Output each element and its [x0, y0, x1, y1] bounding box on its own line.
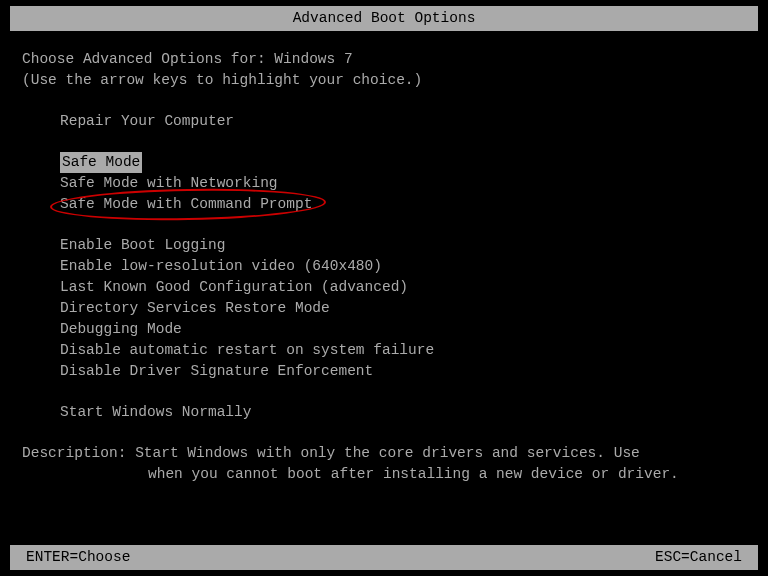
option-safe-mode-cmd[interactable]: Safe Mode with Command Prompt — [60, 194, 746, 215]
option-no-driver-sig[interactable]: Disable Driver Signature Enforcement — [60, 361, 746, 382]
option-no-auto-restart[interactable]: Disable automatic restart on system fail… — [60, 340, 746, 361]
footer-enter: ENTER=Choose — [26, 547, 130, 568]
option-boot-logging[interactable]: Enable Boot Logging — [60, 235, 746, 256]
option-debug[interactable]: Debugging Mode — [60, 319, 746, 340]
content-area: Choose Advanced Options for: Windows 7 (… — [0, 31, 768, 485]
title-text: Advanced Boot Options — [293, 10, 476, 26]
footer-esc: ESC=Cancel — [655, 547, 742, 568]
description-line1: Start Windows with only the core drivers… — [135, 445, 640, 461]
option-safe-mode-selected: Safe Mode — [60, 152, 142, 173]
option-low-res[interactable]: Enable low-resolution video (640x480) — [60, 256, 746, 277]
option-repair[interactable]: Repair Your Computer — [60, 111, 746, 132]
option-lkgc[interactable]: Last Known Good Configuration (advanced) — [60, 277, 746, 298]
boot-screen: Advanced Boot Options Choose Advanced Op… — [0, 6, 768, 485]
option-safe-mode[interactable]: Safe Mode — [60, 152, 746, 173]
option-safe-mode-networking[interactable]: Safe Mode with Networking — [60, 173, 746, 194]
option-start-normally[interactable]: Start Windows Normally — [60, 402, 746, 423]
header-os: Choose Advanced Options for: Windows 7 — [22, 49, 746, 70]
header-hint: (Use the arrow keys to highlight your ch… — [22, 70, 746, 91]
footer-bar: ENTER=Choose ESC=Cancel — [10, 545, 758, 570]
title-bar: Advanced Boot Options — [10, 6, 758, 31]
description: Description: Start Windows with only the… — [22, 443, 746, 464]
description-line2: when you cannot boot after installing a … — [22, 464, 746, 485]
description-label: Description: — [22, 445, 135, 461]
option-dsrm[interactable]: Directory Services Restore Mode — [60, 298, 746, 319]
option-safe-mode-cmd-label: Safe Mode with Command Prompt — [60, 196, 312, 212]
